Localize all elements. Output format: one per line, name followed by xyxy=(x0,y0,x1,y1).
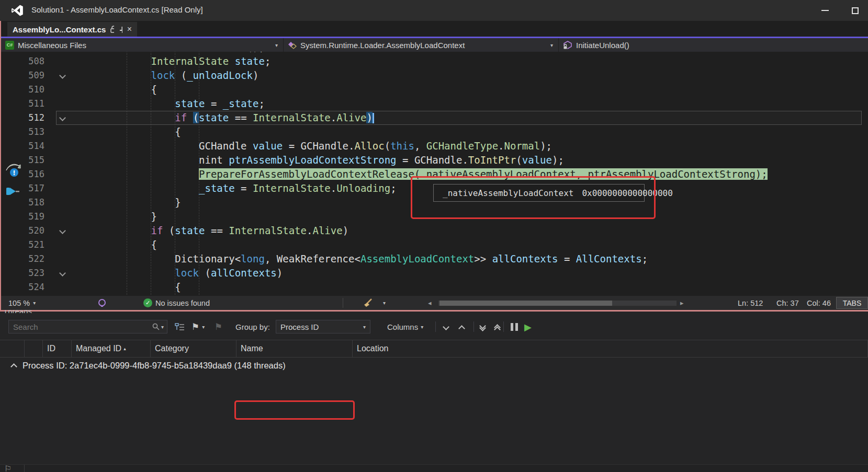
group-by-dropdown[interactable]: Process ID ▾ xyxy=(276,320,370,333)
code-text[interactable]: { xyxy=(103,83,157,97)
column-header-blank[interactable] xyxy=(25,340,43,357)
code-text[interactable]: { xyxy=(103,280,181,294)
code-text[interactable]: { xyxy=(103,238,157,252)
fold-chevron-icon[interactable] xyxy=(59,227,66,234)
flag-just-my-code-button[interactable]: ⚑ xyxy=(215,320,222,333)
pause-button[interactable] xyxy=(511,320,518,333)
code-text[interactable]: if (state == InternalState.Alive) xyxy=(103,111,374,125)
code-text[interactable]: lock (_unloadLock) xyxy=(103,68,258,83)
flag-icon[interactable]: ⚐ xyxy=(4,465,12,472)
pinned-datatip-pin-icon[interactable] xyxy=(5,186,21,197)
code-text[interactable]: { xyxy=(103,125,181,139)
maximize-button[interactable] xyxy=(844,4,865,17)
issues-status[interactable]: ✓ No issues found xyxy=(143,296,210,310)
zoom-level-dropdown[interactable]: 105 % ▾ xyxy=(8,296,36,310)
chevron-down-icon: ▾ xyxy=(202,324,205,330)
code-text[interactable]: InternalState state; xyxy=(103,54,270,68)
column-header-category[interactable]: Category xyxy=(151,340,236,357)
scroll-left-arrow[interactable]: ◂ xyxy=(428,296,432,310)
maximize-icon xyxy=(852,7,859,14)
code-text[interactable]: } xyxy=(103,195,181,210)
editor-line[interactable]: 522 Dictionary<long, WeakReference<Assem… xyxy=(1,252,868,266)
editor-line[interactable]: 515 nint ptrAssemblyLoadContextStrong = … xyxy=(1,153,868,167)
divider xyxy=(503,321,504,332)
editor-line[interactable]: 513 { xyxy=(1,125,868,139)
editor-line[interactable]: 520 if (state == InternalState.Alive) xyxy=(1,224,868,238)
column-header-name[interactable]: Name xyxy=(236,340,353,357)
scrollbar-thumb[interactable] xyxy=(439,301,612,306)
visual-studio-logo-icon xyxy=(10,4,24,17)
tab-strip: AssemblyLo...Context.cs × xyxy=(1,21,868,37)
group-by-value: Process ID xyxy=(280,323,319,331)
code-text[interactable]: if (state == InternalState.Alive) xyxy=(103,224,348,238)
line-number: 523 xyxy=(1,266,44,280)
collapse-all-button[interactable] xyxy=(480,320,485,333)
member-dropdown[interactable]: InitiateUnload() xyxy=(559,38,868,52)
editor-line[interactable]: 524 { xyxy=(1,280,868,294)
code-text[interactable]: Dictionary<long, WeakReference<AssemblyL… xyxy=(103,252,648,266)
code-cleanup-broom-icon[interactable] xyxy=(363,298,377,308)
threads-search-box[interactable]: ▾ xyxy=(8,320,167,333)
fold-chevron-icon[interactable] xyxy=(59,270,66,277)
threads-table-header: IDManaged ID▴CategoryNameLocation xyxy=(0,340,868,358)
table-row-partial[interactable]: ⚐ xyxy=(0,464,868,472)
column-header-managed-id[interactable]: Managed ID▴ xyxy=(72,340,151,357)
search-input[interactable] xyxy=(9,323,152,331)
step-down-button[interactable] xyxy=(444,320,448,333)
vs-window: Solution1 - AssemblyLoadContext.cs [Read… xyxy=(0,0,868,472)
editor-line[interactable]: 508 InternalState state; xyxy=(1,54,868,68)
horizontal-scrollbar[interactable] xyxy=(438,301,677,306)
svg-text:!: ! xyxy=(13,169,15,177)
step-up-button[interactable] xyxy=(459,320,464,333)
editor-line[interactable]: 509 lock (_unloadLock) xyxy=(1,68,868,83)
expand-all-button[interactable] xyxy=(495,320,500,333)
line-number: 519 xyxy=(1,210,44,224)
flag-filter-button[interactable]: ⚑ ▾ xyxy=(191,320,205,333)
tab-assemblyloadcontext[interactable]: AssemblyLo...Context.cs × xyxy=(7,22,137,37)
code-editor[interactable]: 507 RaiseUnloadEvent();508 InternalState… xyxy=(1,21,868,296)
code-text[interactable]: lock (allContexts) xyxy=(103,266,283,280)
csharp-project-icon: C# xyxy=(5,41,14,50)
line-number: 508 xyxy=(1,54,44,68)
return-execution-glyph-icon[interactable]: ! xyxy=(4,161,22,178)
editor-line[interactable]: 514 GCHandle value = GCHandle.Alloc(this… xyxy=(1,139,868,153)
line-number: 521 xyxy=(1,238,44,252)
columns-button[interactable]: Columns ▾ xyxy=(387,320,423,333)
line-number: 524 xyxy=(1,280,44,294)
search-options-caret[interactable]: ▾ xyxy=(161,324,164,330)
code-text[interactable]: } xyxy=(103,210,157,224)
continue-button[interactable]: ▶ xyxy=(524,320,532,333)
column-header-blank[interactable] xyxy=(0,340,25,357)
type-dropdown-value: System.Runtime.Loader.AssemblyLoadContex… xyxy=(300,41,465,50)
editor-line[interactable]: 511 state = _state; xyxy=(1,97,868,111)
minimize-button[interactable] xyxy=(815,4,836,17)
tabs-spaces-toggle[interactable]: TABS xyxy=(836,297,868,309)
check-circle-icon: ✓ xyxy=(143,298,152,307)
project-dropdown[interactable]: C# Miscellaneous Files ▾ xyxy=(1,38,284,52)
method-private-icon xyxy=(563,41,572,50)
editor-line[interactable]: 521 { xyxy=(1,238,868,252)
text-caret xyxy=(373,113,374,123)
code-text[interactable]: _state = InternalState.Unloading; xyxy=(103,181,397,195)
editor-line[interactable]: 523 lock (allContexts) xyxy=(1,266,868,280)
collapse-chevron-icon[interactable] xyxy=(10,363,17,370)
close-tab-icon[interactable]: × xyxy=(127,25,132,33)
sort-ascending-icon: ▴ xyxy=(123,346,126,351)
issues-status-text: No issues found xyxy=(155,299,210,307)
group-toggle-button[interactable] xyxy=(175,320,185,333)
code-cleanup-caret[interactable]: ▾ xyxy=(383,296,386,310)
process-group-row[interactable]: Process ID: 2a71ec4b-0999-4fb8-9745-b5a1… xyxy=(0,358,868,373)
column-header-location[interactable]: Location xyxy=(353,340,868,357)
code-text[interactable]: GCHandle value = GCHandle.Alloc(this, GC… xyxy=(103,139,552,153)
zoom-level-value: 105 % xyxy=(8,299,30,307)
health-indicator-icon[interactable] xyxy=(97,298,107,308)
editor-line[interactable]: 512 if (state == InternalState.Alive) xyxy=(1,111,868,125)
pin-icon[interactable] xyxy=(119,26,122,33)
code-text[interactable]: nint ptrAssemblyLoadContextStrong = GCHa… xyxy=(103,153,564,167)
column-header-id[interactable]: ID xyxy=(43,340,72,357)
editor-line[interactable]: 510 { xyxy=(1,83,868,97)
type-dropdown[interactable]: System.Runtime.Loader.AssemblyLoadContex… xyxy=(284,38,559,52)
scroll-right-arrow[interactable]: ▸ xyxy=(680,296,684,310)
fold-chevron-icon[interactable] xyxy=(59,72,66,79)
code-text[interactable]: state = _state; xyxy=(103,97,265,111)
